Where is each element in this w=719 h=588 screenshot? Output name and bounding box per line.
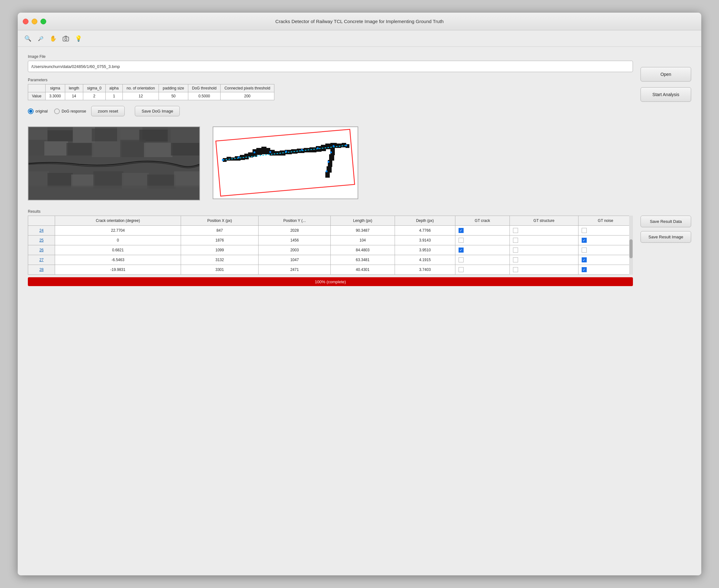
checkbox-gt_noise[interactable] [582, 267, 587, 272]
row-posx: 1099 [181, 245, 259, 255]
svg-rect-36 [256, 148, 262, 155]
val-connected[interactable]: 200 [221, 92, 274, 100]
cb-gt_crack[interactable] [455, 226, 510, 235]
checkbox-gt_noise[interactable] [582, 228, 587, 233]
cb-gt_crack[interactable] [455, 265, 510, 275]
svg-point-69 [345, 145, 347, 146]
minimize-button[interactable] [32, 19, 37, 24]
cb-gt_structure[interactable] [510, 245, 578, 255]
table-row: 260.68211099200384.48033.9510 [28, 245, 633, 255]
row-id[interactable]: 28 [28, 265, 55, 275]
checkbox-gt_structure[interactable] [513, 238, 518, 243]
checkbox-gt_structure[interactable] [513, 228, 518, 233]
svg-rect-32 [240, 155, 245, 160]
svg-point-68 [333, 145, 335, 147]
val-orient[interactable]: 12 [122, 92, 159, 100]
val-sigma0[interactable]: 2 [83, 92, 105, 100]
th-orientation: Crack orientation (degree) [55, 216, 181, 226]
content-area: Image File Parameters sigma length sig [18, 47, 701, 575]
val-padding[interactable]: 50 [159, 92, 188, 100]
cb-gt_structure[interactable] [510, 265, 578, 275]
val-length[interactable]: 14 [65, 92, 83, 100]
svg-rect-4 [28, 127, 47, 140]
table-row: 2422.7704847202890.34874.7766 [28, 226, 633, 235]
start-analysis-button[interactable]: Start Analysis [640, 87, 691, 102]
radio-original-circle [28, 108, 34, 114]
checkbox-gt_crack[interactable] [459, 257, 464, 262]
svg-rect-12 [44, 141, 68, 155]
zoom-out-icon[interactable]: 🔎 [35, 33, 46, 44]
checkbox-gt_structure[interactable] [513, 267, 518, 272]
checkbox-gt_crack[interactable] [459, 238, 464, 243]
progress-bar: 100% (complete) [28, 277, 633, 286]
table-row: 28-19.98313301247140.43013.7403 [28, 265, 633, 275]
radio-original-dot [29, 110, 32, 113]
checkbox-gt_crack[interactable] [459, 267, 464, 272]
file-row [28, 61, 633, 72]
svg-rect-29 [226, 157, 231, 161]
checkbox-gt_crack[interactable] [459, 248, 464, 253]
row-id[interactable]: 26 [28, 245, 55, 255]
val-dog-thresh[interactable]: 0.5000 [188, 92, 220, 100]
svg-rect-52 [331, 148, 335, 155]
scrollbar-track[interactable] [629, 216, 633, 275]
open-button[interactable]: Open [640, 67, 691, 82]
svg-rect-11 [28, 140, 46, 155]
row-id[interactable]: 24 [28, 226, 55, 235]
zoom-reset-button[interactable]: zoom reset [91, 106, 125, 116]
svg-point-67 [317, 147, 319, 149]
row-id[interactable]: 27 [28, 255, 55, 265]
cb-gt_crack[interactable] [455, 235, 510, 245]
results-left: Results Crack orientation (degree) Posit… [28, 209, 633, 286]
svg-rect-56 [325, 172, 330, 178]
cb-gt_structure[interactable] [510, 255, 578, 265]
cb-gt_noise[interactable] [578, 265, 633, 275]
cb-gt_noise[interactable] [578, 255, 633, 265]
svg-point-66 [301, 149, 303, 151]
save-result-image-button[interactable]: Save Result Image [640, 231, 691, 243]
params-label: Parameters [28, 78, 633, 82]
toolbar: 🔍 🔎 ✋ 💡 [18, 30, 701, 47]
row-posx: 3301 [181, 265, 259, 275]
row-label: Value [28, 92, 45, 100]
checkbox-gt_structure[interactable] [513, 257, 518, 262]
scrollbar-thumb[interactable] [630, 239, 633, 258]
checkbox-gt_crack[interactable] [459, 228, 464, 233]
cb-gt_structure[interactable] [510, 235, 578, 245]
cb-gt_crack[interactable] [455, 255, 510, 265]
checkbox-gt_noise[interactable] [582, 248, 587, 253]
params-section: Parameters sigma length sigma_0 alpha no… [28, 78, 633, 100]
pan-icon[interactable]: ✋ [47, 33, 59, 44]
svg-rect-5 [47, 130, 73, 141]
svg-rect-20 [71, 174, 95, 187]
cb-gt_structure[interactable] [510, 226, 578, 235]
checkbox-gt_noise[interactable] [582, 238, 587, 243]
th-depth: Depth (px) [395, 216, 455, 226]
radio-original[interactable]: original [28, 108, 48, 114]
row-orientation: 0.6821 [55, 245, 181, 255]
val-sigma[interactable]: 3.3000 [45, 92, 65, 100]
titlebar: Cracks Detector of Railway TCL Concrete … [18, 13, 701, 30]
bulb-icon[interactable]: 💡 [73, 33, 84, 44]
cb-gt_crack[interactable] [455, 245, 510, 255]
zoom-in-icon[interactable]: 🔍 [22, 33, 34, 44]
checkbox-gt_noise[interactable] [582, 257, 587, 262]
file-path-input[interactable] [28, 61, 633, 72]
camera-icon[interactable] [60, 33, 72, 44]
cb-gt_noise[interactable] [578, 245, 633, 255]
save-dog-button[interactable]: Save DoG Image [135, 106, 180, 116]
maximize-button[interactable] [40, 19, 46, 24]
row-posy: 2003 [259, 245, 331, 255]
table-row: 27-6.54633132104763.34814.1915 [28, 255, 633, 265]
checkbox-gt_structure[interactable] [513, 248, 518, 253]
row-id[interactable]: 25 [28, 235, 55, 245]
cb-gt_noise[interactable] [578, 235, 633, 245]
close-button[interactable] [23, 19, 28, 24]
cb-gt_noise[interactable] [578, 226, 633, 235]
save-result-data-button[interactable]: Save Result Data [640, 216, 691, 227]
results-label: Results [28, 209, 633, 214]
svg-point-64 [269, 151, 271, 153]
svg-rect-6 [73, 127, 95, 143]
radio-dog[interactable]: DoG response [54, 108, 86, 114]
val-alpha[interactable]: 1 [105, 92, 122, 100]
